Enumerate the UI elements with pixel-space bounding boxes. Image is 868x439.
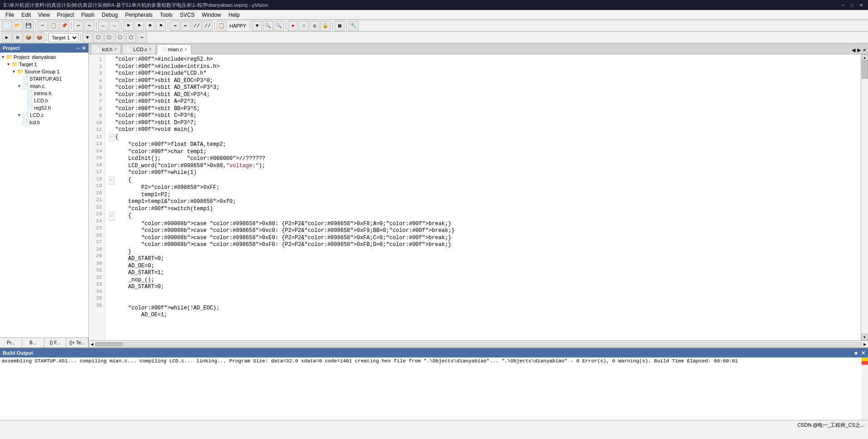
- tb-bp3[interactable]: ◎: [310, 21, 320, 31]
- tab-lcdh[interactable]: 📄 lcd.h ×: [91, 44, 121, 54]
- tb-undo[interactable]: ↩: [73, 21, 83, 31]
- tb-bp2[interactable]: ○: [299, 21, 309, 31]
- tree-project-root[interactable]: ▼ 📁 Project: dianyabiao: [0, 53, 88, 61]
- tab-lcdh-close[interactable]: ×: [114, 47, 117, 52]
- tb2-dd[interactable]: ▼: [82, 33, 92, 43]
- menu-svcs[interactable]: SVCS: [176, 10, 199, 19]
- tb-unindent[interactable]: ⇤: [181, 21, 191, 31]
- target-select[interactable]: Target 1: [48, 33, 78, 42]
- build-stop[interactable]: ■: [854, 350, 858, 356]
- tree-target1[interactable]: ▼ 📁 Target 1: [0, 61, 88, 68]
- tb-setup[interactable]: ▦: [335, 21, 344, 31]
- menu-project[interactable]: Project: [53, 10, 78, 19]
- expand-icon: ▼: [6, 62, 10, 67]
- tb-uncomment[interactable]: //: [203, 21, 213, 31]
- menu-peripherals[interactable]: Peripherals: [121, 10, 156, 19]
- project-close-btn[interactable]: ✕: [82, 45, 86, 51]
- tree-lcdh[interactable]: 📄 LCD.h: [0, 97, 88, 104]
- project-minimize-btn[interactable]: ─: [76, 45, 80, 51]
- build-indicator-error: [862, 361, 868, 365]
- tb-paste[interactable]: 📌: [59, 21, 69, 31]
- tb2-b7[interactable]: ⬡: [115, 33, 125, 43]
- tb-redo[interactable]: ↪: [84, 21, 94, 31]
- proj-tab-build[interactable]: B...: [22, 338, 44, 347]
- h-scroll-left[interactable]: ◀: [89, 342, 95, 347]
- tb-bp1[interactable]: ●: [288, 21, 298, 31]
- tb-fwd[interactable]: →: [109, 21, 119, 31]
- h-scroll-thumb[interactable]: [96, 343, 123, 346]
- menu-help[interactable]: Help: [225, 10, 243, 19]
- fold-icon[interactable]: ⊟: [109, 177, 114, 185]
- tb-b2[interactable]: ⚑: [134, 21, 144, 31]
- tb-copy[interactable]: 📋: [48, 21, 58, 31]
- menu-tools[interactable]: Tools: [156, 10, 176, 19]
- tab-nav-right[interactable]: ▶: [857, 46, 861, 54]
- proj-tab-func[interactable]: {} F...: [44, 338, 67, 347]
- tb2-b3[interactable]: 📦: [24, 33, 34, 43]
- tb-find2[interactable]: 🔍: [274, 21, 284, 31]
- tb-indent[interactable]: ⇥: [170, 21, 180, 31]
- tb2-b5[interactable]: ⬡: [93, 33, 103, 43]
- menu-flash[interactable]: Flash: [78, 10, 98, 19]
- maximize-button[interactable]: □: [849, 2, 855, 8]
- tb-back[interactable]: ←: [98, 21, 108, 31]
- proj-tab-project[interactable]: Pr...: [0, 338, 22, 347]
- tab-nav-left[interactable]: ◀: [852, 46, 855, 54]
- tree-lcd-header[interactable]: 📄 lcd.h: [0, 119, 88, 126]
- menu-edit[interactable]: Edit: [18, 10, 34, 19]
- fold-icon[interactable]: ⊟: [109, 134, 114, 142]
- tab-mianc-close[interactable]: ×: [184, 47, 187, 52]
- build-scrollbar[interactable]: [862, 357, 868, 420]
- menu-debug[interactable]: Debug: [98, 10, 121, 19]
- file-icon: 📄: [22, 83, 29, 89]
- fold-icon[interactable]: ⊟: [109, 212, 114, 221]
- scroll-up[interactable]: ▲: [862, 54, 868, 61]
- tree-mian[interactable]: ▼ 📄 mian.c: [0, 82, 88, 90]
- menu-view[interactable]: View: [34, 10, 53, 19]
- scrollbar-right[interactable]: ▲ ▼: [861, 54, 868, 340]
- tab-mianc[interactable]: 📄 mian.c ×: [157, 44, 191, 54]
- tb-b4[interactable]: ⚑: [156, 21, 166, 31]
- tb-sep7: [250, 22, 250, 30]
- menu-file[interactable]: File: [2, 10, 18, 19]
- tb-tools[interactable]: 🔧: [349, 21, 359, 31]
- tab-lcdc[interactable]: 📄 LCD.c ×: [122, 44, 155, 54]
- tb-dd[interactable]: ▼: [252, 21, 262, 31]
- tree-label: reg52.h: [34, 105, 51, 111]
- proj-tab-templ[interactable]: {}+ Te...: [66, 338, 88, 347]
- h-scroll[interactable]: ◀ ▶: [89, 340, 868, 347]
- tb-find1[interactable]: 🔍: [263, 21, 273, 31]
- tb-b3[interactable]: ⚑: [145, 21, 155, 31]
- tb2-b6[interactable]: ⬡: [104, 33, 114, 43]
- tb2-b8[interactable]: ⬡: [126, 33, 136, 43]
- tb-open[interactable]: 📂: [13, 21, 23, 31]
- scroll-thumb[interactable]: [862, 61, 868, 79]
- tree-source-group[interactable]: ▼ 📁 Source Group 1: [0, 68, 88, 75]
- tab-lcdc-close[interactable]: ×: [149, 47, 152, 52]
- tb2-b2[interactable]: ⊞: [13, 33, 23, 43]
- tb-cut[interactable]: ✂: [38, 21, 48, 31]
- tb2-b1[interactable]: ▶: [2, 33, 12, 43]
- minimize-button[interactable]: ─: [840, 2, 846, 8]
- tree-reg52[interactable]: 📄 reg52.h: [0, 104, 88, 111]
- scroll-down[interactable]: ▼: [862, 334, 868, 340]
- tab-close-all[interactable]: ✕: [863, 47, 866, 53]
- close-button[interactable]: ✕: [858, 2, 864, 8]
- code-content[interactable]: "color:#00f">#include<reg52.h> "color:#0…: [105, 54, 861, 340]
- tree-lcdc[interactable]: ▼ 📄 LCD.c: [0, 111, 88, 119]
- tb-new[interactable]: 📄: [2, 21, 12, 31]
- build-close[interactable]: ✕: [861, 350, 865, 356]
- tb-comment[interactable]: //: [192, 21, 202, 31]
- tb-insert[interactable]: 📋: [217, 21, 227, 31]
- tb-save[interactable]: 💾: [24, 21, 34, 31]
- h-scroll-bar[interactable]: [95, 342, 862, 347]
- scroll-track[interactable]: [862, 61, 868, 334]
- tb2-b4[interactable]: 📦: [34, 33, 44, 43]
- menu-window[interactable]: Window: [198, 10, 225, 19]
- tree-intrins[interactable]: 📄 intrins.h: [0, 90, 88, 97]
- h-scroll-right[interactable]: ▶: [862, 342, 868, 347]
- tb2-b9[interactable]: ↪: [137, 33, 147, 43]
- tb-b1[interactable]: ⚑: [123, 21, 133, 31]
- tb-bp4[interactable]: 🔒: [320, 21, 330, 31]
- tree-startup[interactable]: 📄 STARTUP.A51: [0, 75, 88, 82]
